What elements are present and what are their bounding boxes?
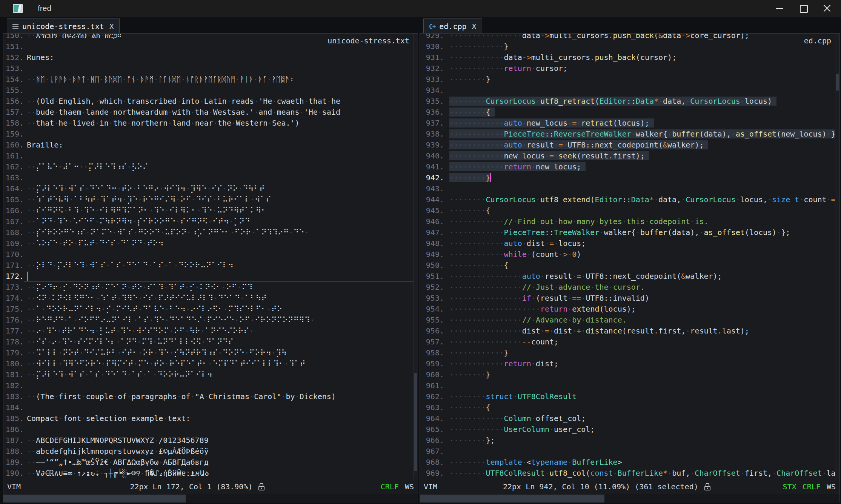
vertical-scrollbar-thumb[interactable] [836, 74, 839, 91]
code-line[interactable]: 952.················//·Just·advance·the·… [420, 282, 835, 293]
code-line[interactable]: 162.··⡌⠁⠧⠑·⠼⠁⠒··⡍⠜⠇⠑⠹⠰⠎·⡣⠕⠌ [3, 161, 413, 172]
code-line[interactable]: 953.················if·(result·==·UTF8::… [420, 293, 835, 304]
code-line[interactable]: 165.··⠱⠁⠞⠑⠧⠻·⠁⠃⠳⠞·⠹⠁⠞⠲·⡹⠑·⠗⠑⠛⠊⠌⠻·⠕⠋·⠙⠊⠎·… [3, 194, 413, 205]
code-line[interactable]: 183.··(The·first·couple·of·paragraphs·of… [3, 391, 413, 402]
code-line[interactable]: 966.········}; [420, 435, 835, 446]
code-line[interactable]: 171.··⡕⠇⠙·⡍⠜⠇⠑⠹·⠺⠁⠎·⠁⠎·⠙⠑⠁⠙·⠁⠎·⠁·⠙⠕⠕⠗⠤⠝⠁… [3, 260, 413, 271]
maximize-button[interactable] [792, 0, 815, 17]
code-line[interactable]: 154.··ᚻᛖ·ᚳᚹᚫᚦ·ᚦᚫᛏ·ᚻᛖ·ᛒᚢᛞᛖ·ᚩᚾ·ᚦᚫᛗ·ᛚᚪᚾᛞᛖ·ᚾ… [3, 74, 413, 85]
code-line[interactable]: 933.········} [420, 74, 835, 85]
code-line[interactable]: 179.··⠩⠁⠇⠇·⠝⠕⠞·⠙⠊⠌⠥⠗⠃·⠊⠞⠂·⠕⠗·⠹⠑·⡊⠳⠝⠞⠗⠹⠰⠎… [3, 347, 413, 358]
code-line[interactable]: 188.··abcdefghijklmnopqrstuvwxyz·£©µÀÆÖÞ… [3, 446, 413, 457]
editor-viewport[interactable]: 150.··እግርህን·በፍራሽህ·ልክ·ዘርጋ።151.152.Runes:1… [3, 34, 418, 479]
code-line[interactable]: 172. [3, 271, 413, 282]
code-line[interactable]: 969.········UTF8ColResult·utf8_col(const… [420, 468, 835, 479]
code-line[interactable]: 163. [3, 172, 413, 183]
code-line[interactable]: 938.············PieceTree::ReverseTreeWa… [420, 129, 835, 140]
tab-close-button[interactable]: X [472, 22, 477, 31]
code-line[interactable]: 930.············} [420, 41, 835, 52]
code-line[interactable]: 951.················auto·result·=·UTF8::… [420, 271, 835, 282]
lock-icon[interactable] [258, 482, 265, 491]
code-line[interactable]: 946.············//·Find·out·how·many·byt… [420, 216, 835, 227]
code-line[interactable]: 169.··⠡⠕⠎⠑·⠞⠕·⠏⠥⠞·⠙⠊⠎·⠙⠁⠝⠙·⠞⠕⠲ [3, 238, 413, 249]
code-line[interactable]: 934. [420, 85, 835, 96]
code-line[interactable]: 178.··⠊⠎·⠔·⠹⠑·⠎⠊⠍⠊⠇⠑⠆·⠁⠝⠙·⠍⠹·⠥⠝⠙⠁⠇⠇⠪⠫·⠙⠁… [3, 337, 413, 347]
code-line[interactable]: 181.··⡍⠜⠇⠑⠹·⠺⠁⠎·⠁⠎·⠙⠑⠁⠙·⠁⠎·⠁·⠙⠕⠕⠗⠤⠝⠁⠊⠇⠲ [3, 369, 413, 380]
tab-unicode-stress[interactable]: unicode-stress.txt X [7, 18, 120, 34]
code-line[interactable]: 187.··ABCDEFGHIJKLMNOPQRSTUVWXYZ·/012345… [3, 435, 413, 446]
code-line[interactable]: 937.············auto·new_locus·=·retract… [420, 118, 835, 129]
code-line[interactable]: 158.··that·he·lived·in·the·northern·land… [3, 118, 413, 129]
horizontal-scrollbar-thumb[interactable] [3, 495, 186, 502]
code-line[interactable]: 941.············return·new_locus; [420, 161, 835, 172]
code-line[interactable]: 180.··⠺⠊⠇⠇·⠹⠻⠑⠋⠕⠗⠑·⠏⠻⠍⠊⠞·⠍⠑·⠞⠕·⠗⠑⠏⠑⠁⠞⠂·⠑… [3, 358, 413, 369]
vertical-scrollbar[interactable] [413, 34, 418, 479]
code-line[interactable]: 186. [3, 424, 413, 435]
horizontal-scrollbar[interactable] [3, 494, 418, 503]
code-line[interactable]: 161. [3, 151, 413, 161]
code-line[interactable]: 155. [3, 85, 413, 96]
code-line[interactable]: 959.············return·dist; [420, 358, 835, 369]
code-line[interactable]: 174.··⠪⠝·⠅⠝⠪⠇⠫⠛⠑⠂·⠱⠁⠞·⠹⠻⠑·⠊⠎·⠏⠜⠞⠊⠊⠥⠇⠜⠇⠹·… [3, 293, 413, 304]
line-number: 963. [420, 402, 444, 413]
code-line[interactable]: 164.··⡍⠜⠇⠑⠹·⠺⠁⠎·⠙⠑⠁⠙⠒·⠞⠕·⠃⠑⠛⠔·⠺⠊⠹⠲·⡹⠻⠑·⠊… [3, 183, 413, 194]
code-line[interactable]: 939.············auto·result·=·UTF8::next… [420, 140, 835, 151]
code-line[interactable]: 957.················--count; [420, 337, 835, 347]
vertical-scrollbar[interactable] [835, 34, 839, 479]
code-line[interactable]: 157.··bude·thaem·lande·northweardum·with… [3, 107, 413, 118]
code-line[interactable]: 929.················data->multi_cursors.… [420, 34, 835, 41]
code-line[interactable]: 962.········struct·UTF8ColResult [420, 391, 835, 402]
code-line[interactable]: 175.··⠁·⠙⠕⠕⠗⠤⠝⠁⠊⠇⠲·⡊·⠍⠊⠣⠞·⠙⠁⠧⠑·⠃⠑⠲·⠔⠊⠇⠔⠫… [3, 304, 413, 315]
code-line[interactable]: 958.············} [420, 347, 835, 358]
minimize-button[interactable] [767, 0, 791, 17]
code-line[interactable]: 167.··⠁⠝⠙·⠹⠑·⠡⠊⠑⠋·⠍⠳⠗⠝⠻⠲·⡎⠊⠗⠕⠕⠛⠑·⠎⠊⠛⠝⠫·⠊… [3, 216, 413, 227]
code-line[interactable]: 185.Compact·font·selection·example·text: [3, 413, 413, 424]
code-line[interactable]: 965.············UserColumn·user_col; [420, 424, 835, 435]
horizontal-scrollbar[interactable] [420, 494, 839, 503]
code-line[interactable]: 177.··⠔·⠹⠑·⠞⠗⠁⠙⠑⠲·⡃⠥⠞·⠹⠑·⠺⠊⠎⠙⠕⠍·⠕⠋·⠳⠗·⠁⠝… [3, 326, 413, 337]
tab-close-button[interactable]: X [109, 22, 114, 31]
code-line[interactable]: 156.··(Old·English,·which·transcribed·in… [3, 96, 413, 107]
code-line[interactable]: 166.··⠎⠊⠛⠝⠫·⠃⠹·⠹⠑·⠊⠇⠻⠛⠹⠍⠁⠝⠂·⠹⠑·⠊⠇⠻⠅⠂·⠹⠑·… [3, 205, 413, 216]
code-line[interactable]: 961. [420, 380, 835, 391]
code-line[interactable]: 963.········{ [420, 402, 835, 413]
code-line[interactable]: 968.········template·<typename·BufferLik… [420, 457, 835, 468]
code-line[interactable]: 942.········} [420, 172, 835, 183]
code-line[interactable]: 960.········} [420, 369, 835, 380]
code-line[interactable]: 159. [3, 129, 413, 140]
code-line[interactable]: 168.··⡎⠊⠗⠕⠕⠛⠑⠰⠎·⠝⠁⠍⠑·⠺⠁⠎·⠛⠕⠕⠙·⠥⠏⠕⠝·⠰⡡⠁⠝⠛… [3, 227, 413, 238]
code-line[interactable]: 932.············return·cursor; [420, 63, 835, 74]
code-line[interactable]: 950.············{ [420, 260, 835, 271]
code-line[interactable]: 152.Runes: [3, 52, 413, 63]
code-line[interactable]: 944.········CursorLocus·utf8_extend(Edit… [420, 194, 835, 205]
code-line[interactable]: 931.············data->multi_cursors.push… [420, 52, 835, 63]
code-line[interactable]: 184. [3, 402, 413, 413]
lock-icon[interactable] [704, 482, 711, 491]
code-line[interactable]: 947.············PieceTree::TreeWalker·wa… [420, 227, 835, 238]
tab-ed-cpp[interactable]: C+ ed.cpp X [423, 18, 482, 34]
code-line[interactable]: 955.················//·Advance·by·distan… [420, 315, 835, 326]
code-line[interactable]: 176.··⠗⠑⠛⠜⠙·⠁·⠊⠕⠋⠋⠔⠤⠝⠁⠊⠇·⠁⠎·⠹⠑·⠙⠑⠁⠙⠑⠌·⠏⠊… [3, 315, 413, 326]
close-button[interactable] [815, 0, 838, 17]
code-line[interactable]: 170. [3, 249, 413, 260]
code-line[interactable]: 153. [3, 63, 413, 74]
code-line[interactable]: 954.····················return·extend(lo… [420, 304, 835, 315]
code-line[interactable]: 945.········{ [420, 205, 835, 216]
code-line[interactable]: 936.········{ [420, 107, 835, 118]
code-line[interactable]: 189.··–—‘“”„†•…‰™œŠŸž€·ΑΒΓΔΩαβγδω·АБВГДа… [3, 457, 413, 468]
code-line[interactable]: 173.··⡍⠔⠙⠖·⡊·⠙⠕⠝⠰⠞·⠍⠑⠁⠝·⠞⠕·⠎⠁⠹·⠹⠁⠞·⡊·⠅⠝⠪… [3, 282, 413, 293]
code-line[interactable]: 956.················dist·=·dist·+·distan… [420, 326, 835, 337]
vertical-scrollbar-thumb[interactable] [414, 373, 417, 471]
horizontal-scrollbar-thumb[interactable] [420, 495, 604, 502]
code-line[interactable]: 967. [420, 446, 835, 457]
editor-viewport[interactable]: 929.················data->multi_cursors.… [420, 34, 839, 479]
code-line[interactable]: 940.············new_locus·=·seek(result.… [420, 151, 835, 161]
code-line[interactable]: 182. [3, 380, 413, 391]
code-line[interactable]: 948.············auto·dist·=·locus; [420, 238, 835, 249]
code-line[interactable]: 943. [420, 183, 835, 194]
code-line[interactable]: 935.········CursorLocus·utf8_retract(Edi… [420, 96, 835, 107]
code-line[interactable]: 964.············Column·offset_col; [420, 413, 835, 424]
code-line[interactable]: 160.Braille: [3, 140, 413, 151]
code-line[interactable]: 190.··∀∂∈ℝ∧∪≡∞·↑↗↨↻⇣·┐┼╔╘░►☺♀·ﬁ�⑀₂ἠḂӥẄɐː… [3, 468, 413, 479]
code-line[interactable]: 949.············while·(count·>·0) [420, 249, 835, 260]
